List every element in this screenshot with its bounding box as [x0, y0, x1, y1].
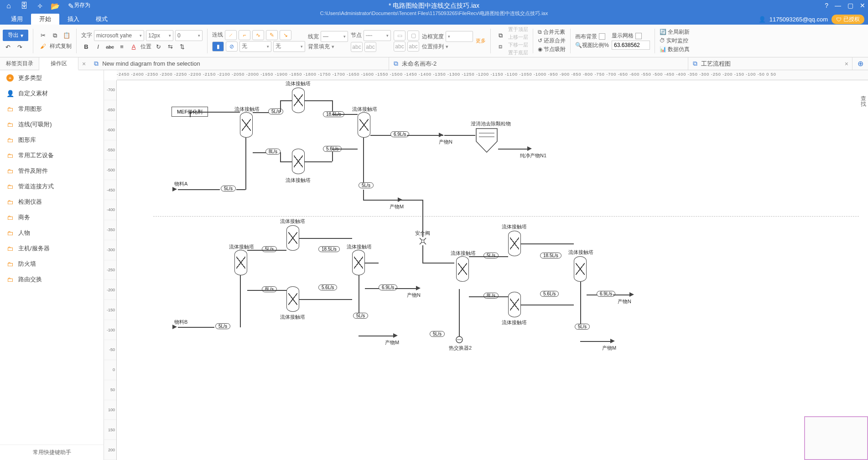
sidetab-workspace[interactable]: 操作区	[39, 57, 78, 70]
poslist-label[interactable]: 位置排列	[422, 43, 444, 51]
sidebar-item-instruments[interactable]: 🗀检测仪器	[0, 194, 104, 210]
fill2-select[interactable]: 无▾	[273, 41, 305, 52]
copy-icon[interactable]: ⧉	[50, 31, 60, 41]
fontsize-select[interactable]: 12px▾	[146, 30, 173, 41]
saveas-label[interactable]: 另存为	[74, 1, 90, 9]
tab-close-icon[interactable]: ×	[845, 60, 852, 67]
strike-button[interactable]: abc	[105, 42, 115, 52]
doctab-0[interactable]: ⧉New mind diagram from the selection	[89, 57, 389, 70]
vessel-1L[interactable]	[240, 112, 253, 138]
nodesnap-button[interactable]: ◉ 节点吸附	[538, 46, 566, 53]
heat-exchanger[interactable]	[455, 336, 463, 344]
line-ortho-icon[interactable]: ⌐	[239, 30, 250, 40]
more-link[interactable]: 更多	[476, 37, 486, 44]
font-select[interactable]: microsoft yahe▾	[94, 30, 144, 41]
undo-button[interactable]: ↶	[3, 42, 13, 52]
fliph-button[interactable]: ⇆	[165, 42, 175, 52]
line-straight-icon[interactable]: ⟋	[225, 30, 237, 40]
menu-general[interactable]: 通用	[3, 14, 31, 25]
db-icon[interactable]: 🗄	[20, 2, 28, 10]
bgfill-label[interactable]: 背景填充	[308, 43, 330, 51]
open-icon[interactable]: 📂	[51, 2, 59, 10]
sidebar-item-firewall[interactable]: 🗀防火墙	[0, 256, 104, 272]
minimize-icon[interactable]: —	[835, 2, 841, 9]
align-button[interactable]: ≡	[117, 42, 127, 52]
menu-start[interactable]: 开始	[31, 14, 59, 25]
arrange-top[interactable]: 置于顶层	[508, 26, 528, 33]
sidebar-item-library[interactable]: 🗀图形库	[0, 132, 104, 148]
sidebar-item-routing[interactable]: 🗀路由交换	[0, 272, 104, 287]
sidebar-item-fittings[interactable]: 🗀管件及附件	[0, 163, 104, 179]
sidebar-footer[interactable]: 常用快捷键助手	[0, 444, 104, 460]
vessel-1B[interactable]	[292, 149, 305, 174]
menu-insert[interactable]: 插入	[59, 14, 88, 25]
canvasbg-check[interactable]	[599, 33, 605, 40]
flipv-button[interactable]: ⇅	[177, 42, 187, 52]
edgedist-select[interactable]: ▾	[446, 31, 473, 42]
rect-abc-4-icon[interactable]: abc	[407, 41, 419, 52]
node-select[interactable]: ┄┄▾	[364, 30, 391, 41]
sidebar-item-lines[interactable]: 🗀连线(可吸附)	[0, 117, 104, 132]
arrange-bottom[interactable]: 置于底层	[508, 49, 528, 56]
vessel-2R[interactable]	[352, 250, 365, 275]
sidebar-item-servers[interactable]: 🗀主机/服务器	[0, 241, 104, 256]
monitor-button[interactable]: ⏱ 实时监控	[660, 37, 688, 45]
user-email[interactable]: 1175093265@qq.com	[769, 16, 828, 23]
safety-valve[interactable]	[419, 237, 427, 245]
vessel-3L[interactable]	[456, 256, 469, 282]
clarifier[interactable]	[475, 128, 498, 153]
sidebar-list[interactable]: +更多类型 👤自定义素材 🗀常用图形 🗀连线(可吸附) 🗀图形库 🗀常用工艺设备…	[0, 70, 104, 444]
vessel-3T[interactable]	[508, 231, 521, 256]
vessel-2T[interactable]	[286, 225, 299, 251]
sidebar-item-piping[interactable]: 🗀管道连接方式	[0, 179, 104, 194]
fontcolor-button[interactable]: A	[129, 42, 139, 52]
opacity-select[interactable]: 0▾	[175, 30, 203, 41]
sidebar-item-more[interactable]: +更多类型	[0, 70, 104, 86]
rotate-button[interactable]: ↻	[153, 42, 163, 52]
viewpct-input[interactable]: 63.638562	[612, 41, 650, 50]
unmerge-button[interactable]: ↺ 还原合并	[538, 37, 566, 45]
sidetab-close-icon[interactable]: ×	[78, 57, 89, 70]
doctab-2[interactable]: ⧉工艺流程图×	[688, 57, 852, 70]
position-label[interactable]: 位置	[140, 43, 151, 51]
italic-button[interactable]: I	[93, 42, 103, 52]
fillcolor-button[interactable]: ▮	[212, 41, 224, 52]
canvas[interactable]: MEF催化剂 物料A 5L/s 流体接触塔 流体接触塔 流体接触塔 流体接触塔	[117, 80, 868, 460]
add-tab-button[interactable]: ⊕	[852, 57, 868, 70]
vessel-2B[interactable]	[286, 286, 299, 312]
ungroup-icon[interactable]: ⧈	[495, 41, 505, 52]
arrange-up[interactable]: 上移一层	[508, 34, 528, 41]
sidetab-toc[interactable]: 标签页目录	[0, 57, 39, 70]
rect-abc-3-icon[interactable]: abc	[394, 41, 405, 52]
bold-button[interactable]: B	[81, 42, 91, 52]
export-button[interactable]: 导出 ▾	[3, 30, 28, 41]
vessel-1R[interactable]	[358, 112, 370, 138]
rect-abc-2-icon[interactable]: abc	[364, 42, 376, 52]
sidebar-item-business[interactable]: 🗀商务	[0, 210, 104, 225]
vessel-1T[interactable]	[292, 88, 305, 113]
sidebar-item-people[interactable]: 🗀人物	[0, 225, 104, 241]
group-icon[interactable]: ⧉	[495, 31, 505, 41]
showgrid-check[interactable]	[635, 33, 642, 39]
line-free-icon[interactable]: ✎	[266, 30, 278, 40]
new-icon[interactable]: ✧	[36, 2, 44, 10]
arrange-down[interactable]: 下移一层	[508, 41, 528, 48]
help-icon[interactable]: ?	[825, 2, 828, 9]
sidebar-item-custom[interactable]: 👤自定义素材	[0, 86, 104, 101]
close-icon[interactable]: ✕	[860, 2, 865, 9]
rect-abc-1-icon[interactable]: abc	[351, 42, 363, 52]
format-painter-icon[interactable]: 🖌	[38, 41, 48, 52]
paste-icon[interactable]: 📋	[62, 31, 72, 41]
vessel-2L[interactable]	[234, 250, 247, 275]
line-arrow-icon[interactable]: ↘	[280, 30, 291, 40]
fill1-select[interactable]: 无▾	[239, 41, 271, 52]
redo-button[interactable]: ↷	[15, 42, 25, 52]
shape-round-icon[interactable]: ▢	[407, 31, 419, 41]
linewidth-select[interactable]: —▾	[321, 31, 348, 42]
merge-button[interactable]: ⧉ 合并元素	[538, 28, 565, 36]
home-icon[interactable]: ⌂	[5, 2, 13, 10]
menu-mode[interactable]: 模式	[88, 14, 116, 25]
sim-button[interactable]: 📊 数据仿真	[660, 46, 690, 53]
line-curve-icon[interactable]: ∿	[252, 30, 264, 40]
minimap[interactable]	[804, 416, 868, 460]
